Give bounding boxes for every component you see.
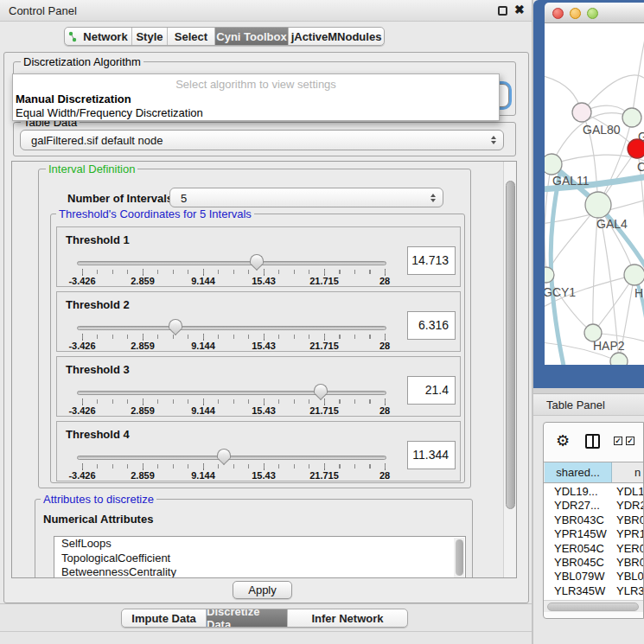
tick-label: 2.859 [131, 470, 155, 481]
network-icon [68, 31, 78, 42]
divider [0, 631, 532, 632]
network-node[interactable] [545, 154, 562, 175]
apply-button[interactable]: Apply [233, 581, 292, 599]
threshold-slider-track[interactable] [77, 391, 386, 395]
attribute-item[interactable]: BetweennessCentrality [54, 565, 465, 578]
threshold-slider-thumb[interactable] [169, 319, 182, 334]
select-checkbox-icon[interactable]: ✓ [614, 437, 622, 445]
threshold-slider-track[interactable] [77, 456, 386, 460]
network-node[interactable] [572, 103, 591, 122]
table-panel-area: ⚙ ✓ ✓ shared... n YDL19...YDL1YDR27...YD… [533, 416, 644, 644]
cell-shared-name: YLR345W [554, 584, 605, 597]
combobox-value: galFiltered.sif default node [31, 134, 163, 147]
tick-label: 28 [379, 341, 390, 351]
tick-label: 21.715 [309, 341, 339, 351]
threshold-slider-track[interactable] [77, 261, 386, 265]
cell-name: YLR3 [616, 584, 643, 597]
threshold-slider-thumb[interactable] [217, 449, 231, 463]
dropdown-hint-option[interactable]: Select algorithm to view settings [13, 78, 499, 91]
attribute-item[interactable]: SelfLoops [54, 537, 465, 552]
column-header-name[interactable]: n [612, 462, 643, 482]
threshold-label: Threshold 2 [66, 298, 130, 311]
list-scrollbar-thumb[interactable] [456, 539, 463, 576]
threshold-value-field[interactable]: 11.344 [407, 441, 456, 469]
threshold-value-field[interactable]: 14.713 [407, 246, 456, 275]
tab-label: Discretize Data [207, 609, 287, 628]
threshold-slider-thumb[interactable] [250, 254, 264, 269]
tab-discretize-data[interactable]: Discretize Data [207, 609, 288, 627]
threshold-slider-thumb[interactable] [314, 384, 328, 399]
screenshot-root: Control Panel ✖ Network Style Select Cyn… [0, 0, 644, 644]
table-row[interactable]: YLR345WYLR3 [544, 583, 643, 597]
cell-name: YBL0 [616, 570, 643, 583]
minimize-traffic-light-icon[interactable] [570, 8, 581, 19]
tab-impute-data[interactable]: Impute Data [122, 609, 207, 627]
network-node[interactable] [628, 139, 644, 158]
tick-label: -3.426 [68, 470, 95, 481]
table-data-combobox[interactable]: galFiltered.sif default node [20, 130, 504, 150]
column-header-shared-name[interactable]: shared... [545, 462, 612, 482]
network-node[interactable] [585, 192, 611, 218]
network-window-titlebar[interactable] [545, 3, 644, 23]
bottom-tab-bar: Impute Data Discretize Data Infer Networ… [121, 609, 408, 628]
tab-select[interactable]: Select [168, 28, 215, 45]
tick-label: 21.715 [309, 405, 339, 416]
tab-label: Select [175, 30, 207, 43]
tab-jactivemnodules[interactable]: jActiveMNodules [289, 28, 384, 45]
scrollbar-thumb[interactable] [506, 181, 515, 509]
tab-style[interactable]: Style [132, 28, 168, 45]
dropdown-option-manual[interactable]: Manual Discretization [16, 92, 131, 105]
scrollbar-thumb[interactable] [547, 603, 639, 611]
table-row[interactable]: YDL19...YDL1 [544, 484, 643, 498]
tick-label: 2.859 [131, 405, 155, 416]
table-row[interactable]: YBR043CYBR0 [544, 513, 643, 526]
table-body: YDL19...YDL1YDR27...YDR2YBR043CYBR0YPR14… [544, 484, 643, 601]
table-row[interactable]: YDR27...YDR2 [544, 498, 643, 512]
attribute-item[interactable]: TopologicalCoefficient [54, 552, 465, 566]
list-scrollbar [454, 538, 464, 578]
split-columns-icon[interactable] [585, 434, 600, 449]
table-row[interactable]: YBR045CYBR0 [544, 555, 643, 569]
tick-label: 9.144 [191, 470, 215, 481]
select-checkbox-icon[interactable]: ✓ [626, 437, 634, 445]
threshold-label: Threshold 1 [66, 233, 130, 246]
panel-title: Control Panel [9, 4, 77, 17]
table-row[interactable]: YPR145WYPR1 [544, 526, 643, 540]
table-row[interactable]: YER054CYER0 [544, 541, 643, 555]
cell-shared-name: YDR27... [554, 499, 600, 512]
tab-network[interactable]: Network [65, 28, 132, 45]
network-node[interactable] [624, 265, 644, 285]
network-node[interactable] [610, 353, 628, 365]
network-node[interactable] [622, 108, 641, 127]
zoom-traffic-light-icon[interactable] [587, 8, 598, 19]
tab-cyni-toolbox[interactable]: Cyni Toolbox [215, 28, 289, 45]
float-window-icon[interactable] [498, 6, 507, 16]
network-graph: GAL80GACGAL11GAL4GCY1HHAP2 [545, 23, 644, 365]
node-label: GAL80 [583, 123, 621, 137]
threshold-value-field[interactable]: 21.4 [407, 376, 456, 405]
table-row[interactable]: YBL079WYBL0 [544, 569, 643, 583]
tick-label: -3.426 [68, 405, 95, 416]
network-canvas[interactable]: GAL80GACGAL11GAL4GCY1HHAP2 [545, 23, 644, 365]
numerical-attributes-list[interactable]: SelfLoopsTopologicalCoefficientBetweenne… [54, 536, 466, 578]
tick-label: 28 [379, 405, 390, 416]
tab-infer-network[interactable]: Infer Network [288, 609, 407, 627]
threshold-value-field[interactable]: 6.316 [407, 311, 456, 340]
cyni-toolbox-panel: Discretization Algorithm Select algorith… [3, 52, 529, 603]
group-title: Attributes to discretize [41, 493, 156, 506]
tick-label: 28 [379, 276, 390, 286]
gear-icon[interactable]: ⚙ [556, 431, 570, 450]
close-traffic-light-icon[interactable] [552, 8, 564, 19]
tick-label: 15.43 [252, 341, 276, 351]
close-icon[interactable]: ✖ [514, 3, 525, 16]
tick-label: 21.715 [309, 276, 339, 286]
node-label: GAL4 [596, 217, 628, 231]
number-of-intervals-combobox[interactable]: 5 [169, 188, 443, 207]
threshold-4-panel: Threshold 4 -3.426 2.859 9.144 15.43 21.… [56, 421, 461, 481]
threshold-slider-track[interactable] [77, 326, 386, 330]
dropdown-option-equal-width[interactable]: Equal Width/Frequency Discretization [16, 106, 203, 119]
tick-label: 9.144 [191, 341, 215, 351]
tick-label: 28 [379, 470, 390, 481]
tab-label: Infer Network [311, 612, 383, 625]
table-panel-titlebar: Table Panel [533, 393, 644, 416]
